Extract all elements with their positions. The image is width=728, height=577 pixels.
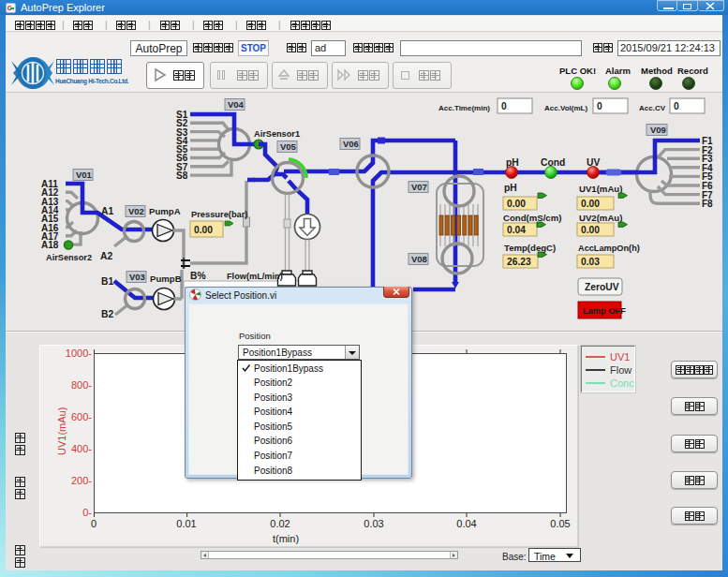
svg-text:0: 0 [674, 101, 679, 111]
svg-text:V04: V04 [228, 99, 245, 110]
svg-text:V03: V03 [129, 272, 145, 282]
svg-text:0: 0 [501, 101, 507, 111]
svg-text:ZeroUV: ZeroUV [585, 282, 619, 292]
svg-text:B%: B% [190, 271, 206, 281]
svg-text:AccLampOn(h): AccLampOn(h) [578, 244, 640, 253]
svg-text:0.00: 0.00 [581, 199, 600, 209]
svg-text:F8: F8 [702, 199, 713, 209]
svg-text:Cond: Cond [541, 157, 565, 168]
svg-text:Acc.CV: Acc.CV [639, 104, 666, 112]
svg-text:0.00: 0.00 [581, 225, 600, 235]
svg-text:0.03: 0.03 [581, 257, 600, 267]
svg-text:A18: A18 [41, 240, 59, 250]
svg-text:0: 0 [597, 101, 602, 111]
svg-text:pH: pH [506, 157, 519, 168]
svg-text:S8: S8 [176, 170, 188, 181]
svg-text:V06: V06 [343, 139, 359, 149]
svg-text:26.23: 26.23 [507, 257, 531, 267]
svg-text:A2: A2 [100, 251, 112, 261]
svg-text:Acc.Time(min): Acc.Time(min) [438, 104, 490, 112]
svg-text:V09: V09 [650, 125, 666, 135]
svg-text:UV2(mAu): UV2(mAu) [579, 213, 622, 223]
svg-text:UV: UV [587, 157, 600, 168]
svg-text:A1: A1 [101, 206, 113, 216]
svg-text:0.00: 0.00 [194, 225, 213, 235]
svg-text:Flow(mL/min): Flow(mL/min) [227, 272, 283, 281]
svg-text:V01: V01 [76, 170, 93, 180]
svg-text:0.04: 0.04 [507, 225, 526, 235]
svg-text:V05: V05 [280, 141, 297, 152]
svg-text:B1: B1 [101, 276, 113, 287]
svg-text:B2: B2 [101, 309, 113, 319]
svg-text:0.00: 0.00 [507, 199, 526, 209]
svg-text:pH: pH [504, 183, 517, 193]
svg-text:AirSensor1: AirSensor1 [254, 129, 300, 139]
svg-text:UV1(mAu): UV1(mAu) [579, 184, 622, 194]
svg-text:PumpB: PumpB [150, 274, 182, 284]
svg-text:Temp(degC): Temp(degC) [504, 243, 556, 253]
svg-text:V08: V08 [411, 254, 427, 264]
svg-text:PumpA: PumpA [149, 206, 181, 216]
svg-text:V02: V02 [128, 206, 144, 216]
svg-text:AirSensor2: AirSensor2 [46, 253, 92, 262]
svg-text:V07: V07 [411, 182, 427, 192]
svg-text:Cond(mS/cm): Cond(mS/cm) [503, 213, 561, 223]
svg-text:Pressure(bar): Pressure(bar) [191, 210, 247, 219]
svg-text:Lamp OFF: Lamp OFF [583, 306, 626, 316]
svg-text:Acc.Vol(mL): Acc.Vol(mL) [544, 104, 587, 112]
